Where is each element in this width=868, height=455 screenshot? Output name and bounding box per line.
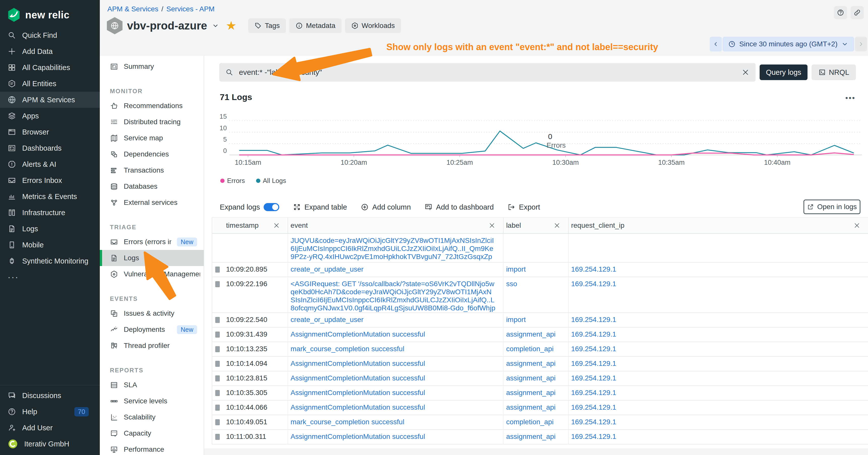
sidebar-item-help[interactable]: Help70 xyxy=(0,403,100,420)
permalink-button[interactable] xyxy=(850,6,864,19)
nav-item-transactions[interactable]: Transactions xyxy=(100,162,204,178)
clear-query-icon[interactable] xyxy=(742,68,749,76)
nav-item-deployments[interactable]: DeploymentsNew xyxy=(100,322,204,337)
cell-event-link[interactable]: AssignmentCompletionMutation successful xyxy=(288,357,503,371)
nav-item-errors-errors-inb[interactable]: Errors (errors inb...New xyxy=(100,234,204,250)
time-back-button[interactable] xyxy=(710,37,722,52)
row-marker-icon[interactable] xyxy=(215,266,220,272)
expand-logs-toggle[interactable]: Expand logs xyxy=(220,203,279,212)
cell-request-client-ip-link[interactable] xyxy=(568,234,868,262)
sidebar-item-synthetic-monitoring[interactable]: Synthetic Monitoring xyxy=(0,253,100,269)
legend-item-all-logs[interactable]: All Logs xyxy=(256,177,286,185)
cell-request-client-ip-link[interactable]: 169.254.129.1 xyxy=(568,357,868,371)
cell-label-link[interactable]: assignment_api xyxy=(503,430,568,444)
favorite-star-icon[interactable]: ★ xyxy=(226,20,237,32)
sidebar-item-apps[interactable]: Apps xyxy=(0,108,100,124)
cell-label-link[interactable]: import xyxy=(503,313,568,327)
table-row[interactable]: JUQVU&code=eyJraWQiOiJjcGltY29yZV8wOTI1M… xyxy=(212,234,868,262)
metadata-button[interactable]: Metadata xyxy=(289,19,341,33)
row-marker-icon[interactable] xyxy=(215,281,220,287)
cell-label-link[interactable]: assignment_api xyxy=(503,400,568,415)
nav-item-distributed-tracing[interactable]: Distributed tracing xyxy=(100,114,204,130)
table-row[interactable]: 10:10:23.815AssignmentCompletionMutation… xyxy=(212,371,868,386)
time-range-button[interactable]: Since 30 minutes ago (GMT+2) xyxy=(722,37,854,52)
row-marker-icon[interactable] xyxy=(215,346,220,352)
column-header-label[interactable]: label xyxy=(503,218,568,233)
query-logs-button[interactable]: Query logs xyxy=(760,65,807,80)
legend-item-errors[interactable]: Errors xyxy=(220,177,245,185)
sidebar-item-logs[interactable]: Logs xyxy=(0,221,100,237)
cell-event-link[interactable]: mark_course_completion successful xyxy=(288,415,503,429)
row-marker-icon[interactable] xyxy=(215,390,220,396)
sidebar-item-discussions[interactable]: Discussions xyxy=(0,388,100,403)
row-marker-icon[interactable] xyxy=(215,419,220,425)
nav-item-logs[interactable]: Logs xyxy=(100,250,204,266)
time-forward-button[interactable] xyxy=(855,37,867,52)
nav-item-capacity[interactable]: Capacity xyxy=(100,425,204,442)
sidebar-item-mobile[interactable]: Mobile xyxy=(0,237,100,253)
column-header-timestamp[interactable]: timestamp xyxy=(212,218,288,233)
workloads-button[interactable]: Workloads xyxy=(345,19,401,33)
sidebar-item-all-capabilities[interactable]: All Capabilities xyxy=(0,60,100,75)
cell-event-link[interactable]: mark_course_completion successful xyxy=(288,342,503,356)
cell-request-client-ip-link[interactable]: 169.254.129.1 xyxy=(568,415,868,429)
cell-event-link[interactable]: create_or_update_user xyxy=(288,262,503,277)
toggle-on-icon[interactable] xyxy=(264,203,279,211)
cell-request-client-ip-link[interactable]: 169.254.129.1 xyxy=(568,430,868,444)
cell-label-link[interactable]: assignment_api xyxy=(503,327,568,342)
cell-request-client-ip-link[interactable]: 169.254.129.1 xyxy=(568,342,868,356)
table-row[interactable]: 10:09:31.439AssignmentCompletionMutation… xyxy=(212,327,868,342)
export-button[interactable]: Export xyxy=(507,203,540,212)
sidebar-item-add-user[interactable]: Add User xyxy=(0,420,100,436)
row-marker-icon[interactable] xyxy=(215,404,220,411)
column-remove-icon[interactable] xyxy=(554,222,560,229)
nav-item-vulnerability-management[interactable]: Vulnerability Management xyxy=(100,266,204,282)
cell-label-link[interactable]: assignment_api xyxy=(503,357,568,371)
table-row[interactable]: 10:09:22.196<ASGIRequest: GET '/sso/call… xyxy=(212,277,868,313)
column-header-event[interactable]: event xyxy=(288,218,503,233)
cell-event-link[interactable]: JUQVU&code=eyJraWQiOiJjcGltY29yZV8wOTI1M… xyxy=(288,234,503,262)
cell-label-link[interactable]: assignment_api xyxy=(503,386,568,400)
table-row[interactable]: 10:11:00.311AssignmentCompletionMutation… xyxy=(212,430,868,445)
row-marker-icon[interactable] xyxy=(215,376,220,382)
cell-label-link[interactable] xyxy=(503,234,568,262)
nav-item-databases[interactable]: Databases xyxy=(100,178,204,195)
table-row[interactable]: 10:09:20.895create_or_update_userimport1… xyxy=(212,262,868,277)
column-remove-icon[interactable] xyxy=(489,222,496,229)
nav-item-dependencies[interactable]: Dependencies xyxy=(100,146,204,162)
sidebar-item-more[interactable]: ··· xyxy=(0,269,100,285)
sidebar-item-alerts-ai[interactable]: Alerts & AI xyxy=(0,156,100,172)
breadcrumb-link-services[interactable]: Services - APM xyxy=(166,5,215,13)
entity-chevron-down-icon[interactable] xyxy=(212,22,219,30)
cell-request-client-ip-link[interactable]: 169.254.129.1 xyxy=(568,371,868,386)
log-query-input[interactable]: event:* -"label":"security" xyxy=(219,63,755,82)
cell-request-client-ip-link[interactable]: 169.254.129.1 xyxy=(568,313,868,327)
sidebar-item-browser[interactable]: Browser xyxy=(0,124,100,140)
cell-request-client-ip-link[interactable]: 169.254.129.1 xyxy=(568,262,868,277)
cell-label-link[interactable]: sso xyxy=(503,277,568,313)
sidebar-item-dashboards[interactable]: Dashboards xyxy=(0,140,100,156)
open-in-logs-button[interactable]: Open in logs xyxy=(804,199,861,214)
nrql-button[interactable]: NRQL xyxy=(811,65,856,80)
nav-item-external-services[interactable]: External services xyxy=(100,195,204,210)
sidebar-item-apm-services[interactable]: APM & Services xyxy=(0,92,100,108)
cell-event-link[interactable]: create_or_update_user xyxy=(288,313,503,327)
cell-request-client-ip-link[interactable]: 169.254.129.1 xyxy=(568,277,868,313)
column-header-request-client-ip[interactable]: request_client_ip xyxy=(568,218,868,233)
row-marker-icon[interactable] xyxy=(215,331,220,337)
sidebar-item-quick-find[interactable]: Quick Find xyxy=(0,27,100,43)
cell-label-link[interactable]: assignment_api xyxy=(503,371,568,386)
column-remove-icon[interactable] xyxy=(273,222,280,229)
cell-label-link[interactable]: import xyxy=(503,262,568,277)
sidebar-item-infrastructure[interactable]: Infrastructure xyxy=(0,204,100,221)
sidebar-item-all-entities[interactable]: All Entities xyxy=(0,75,100,92)
table-row[interactable]: 10:10:49.051mark_course_completion succe… xyxy=(212,415,868,430)
sidebar-item-add-data[interactable]: Add Data xyxy=(0,43,100,60)
sidebar-item-errors-inbox[interactable]: Errors Inbox xyxy=(0,172,100,189)
sidebar-item-metrics-events[interactable]: Metrics & Events xyxy=(0,189,100,204)
tags-button[interactable]: Tags xyxy=(248,19,286,33)
nav-item-scalability[interactable]: Scalability xyxy=(100,409,204,425)
cell-event-link[interactable]: <ASGIRequest: GET '/sso/callback/?state=… xyxy=(288,277,503,313)
cell-request-client-ip-link[interactable]: 169.254.129.1 xyxy=(568,327,868,342)
nav-item-thread-profiler[interactable]: Thread profiler xyxy=(100,337,204,354)
